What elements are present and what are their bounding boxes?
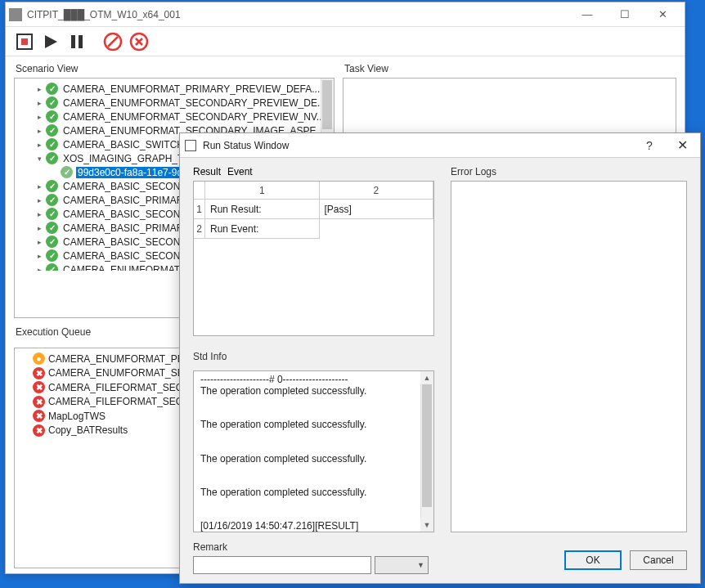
status-red-icon: ✖	[33, 424, 45, 437]
result-label: Result	[193, 166, 221, 177]
status-green-icon: ✓	[46, 138, 58, 150]
stdinfo-line: The operation completed successfully.	[200, 420, 427, 431]
grid-cell[interactable]: Run Event:	[205, 219, 320, 239]
status-green-icon: ✓	[46, 222, 58, 234]
record-button[interactable]	[14, 31, 35, 52]
cancel-icon[interactable]	[128, 31, 150, 52]
errlog-label: Error Logs	[451, 166, 687, 177]
status-red-icon: ✖	[33, 367, 45, 379]
expand-icon[interactable]: ▸	[34, 98, 44, 108]
dialog-icon	[185, 140, 196, 151]
status-green-icon: ✓	[46, 124, 58, 137]
scrollbar[interactable]: ▲ ▼	[420, 371, 433, 532]
stdinfo-line: The operation completed successfully.	[200, 487, 427, 499]
exec-label: CAMERA_FILEFORMAT_SEC	[48, 396, 182, 407]
grid-cell[interactable]: [Pass]	[320, 200, 434, 219]
expand-icon[interactable]: ▸	[34, 223, 44, 233]
task-label: Task View	[343, 61, 676, 78]
expand-icon[interactable]: ▸	[34, 182, 44, 191]
expand-icon[interactable]: ▸	[34, 126, 44, 136]
tree-item[interactable]: ▸✓CAMERA_ENUMFORMAT_SECONDARY_PREVIEW_DE…	[15, 96, 334, 110]
exec-label: MapLogTWS	[48, 411, 106, 422]
expand-icon[interactable]: ▸	[34, 265, 44, 272]
help-button[interactable]: ?	[633, 134, 666, 157]
stdinfo-line	[200, 499, 427, 510]
scrollbar-thumb[interactable]	[422, 384, 432, 507]
status-green-icon: ✓	[46, 208, 58, 220]
ok-button[interactable]: OK	[564, 550, 622, 570]
cancel-button[interactable]: Cancel	[630, 550, 687, 570]
toolbar	[6, 27, 685, 56]
scroll-down-icon[interactable]: ▼	[420, 518, 433, 532]
status-green-icon: ✓	[46, 249, 58, 262]
expand-icon[interactable]: ▸	[34, 84, 44, 94]
remark-combo[interactable]: ▼	[375, 556, 429, 574]
stdinfo-line: ---------------------# 0----------------…	[200, 375, 427, 386]
tree-label: CAMERA_BASIC_SWITCH	[61, 139, 186, 150]
status-green-icon: ✓	[46, 152, 58, 164]
dialog-close-button[interactable]: ✕	[666, 134, 698, 157]
tree-label: CAMERA_BASIC_SECONDA	[61, 250, 195, 262]
scroll-up-icon[interactable]: ▲	[420, 371, 433, 384]
status-red-icon: ✖	[33, 410, 45, 422]
grid-col-1: 1	[205, 182, 320, 200]
app-icon	[9, 8, 22, 21]
tree-item[interactable]: ▸✓CAMERA_ENUMFORMAT_PRIMARY_PREVIEW_DEFA…	[15, 82, 334, 96]
svg-line-6	[108, 37, 118, 47]
svg-marker-2	[45, 35, 57, 48]
expand-icon[interactable]: ▸	[34, 140, 44, 150]
stdinfo-line: The operation completed successfully.	[200, 454, 427, 465]
tree-label: CAMERA_BASIC_SECONDA	[61, 181, 195, 192]
grid-cell[interactable]	[320, 219, 433, 239]
stdinfo-line	[200, 442, 427, 454]
main-title: CITPIT_███_OTM_W10_x64_001	[27, 9, 568, 20]
stdinfo-box[interactable]: ---------------------# 0----------------…	[193, 370, 434, 532]
tree-label: CAMERA_BASIC_PRIMARY	[61, 222, 191, 234]
error-logs[interactable]	[451, 181, 687, 532]
play-button[interactable]	[40, 31, 61, 52]
stdinfo-line	[200, 408, 427, 420]
scrollbar-thumb[interactable]	[322, 80, 332, 129]
stdinfo-line	[200, 510, 427, 522]
tree-item[interactable]: ▸✓CAMERA_ENUMFORMAT_SECONDARY_PREVIEW_NV…	[15, 110, 334, 123]
stdinfo-label: Std Info	[193, 351, 434, 362]
expand-icon[interactable]: ▸	[34, 112, 44, 122]
stdinfo-line: [01/16/2019 14:50:47.216][RESULT]	[200, 521, 427, 532]
exec-label: Copy_BATResults	[48, 424, 128, 436]
main-titlebar: CITPIT_███_OTM_W10_x64_001 — ☐ ✕	[6, 2, 685, 27]
status-green-icon: ✓	[46, 180, 58, 192]
tree-label: CAMERA_ENUMFORMAT_PRIMARY_PREVIEW_DEFA..…	[61, 83, 321, 95]
pause-button[interactable]	[66, 31, 88, 52]
remark-input[interactable]	[193, 556, 371, 574]
expand-icon[interactable]: ▸	[34, 195, 44, 205]
close-button[interactable]: ✕	[644, 3, 681, 26]
result-grid[interactable]: 1 2 1 Run Result: [Pass] 2 Run Event:	[193, 181, 434, 336]
grid-cell[interactable]: Run Result:	[205, 200, 320, 219]
status-green-icon: ✓	[46, 194, 58, 206]
tree-label: CAMERA_ENUMFORMAT_SECONDARY_PREVIEW_DE..…	[61, 97, 327, 109]
expand-icon[interactable]: ▸	[34, 237, 44, 247]
stdinfo-line	[200, 431, 427, 442]
svg-rect-3	[71, 35, 75, 48]
grid-col-2: 2	[320, 182, 434, 200]
status-yellow-icon: ●	[33, 352, 45, 365]
tree-label: CAMERA_ENUMFORMAT_SECONDARY_PREVIEW_NV..…	[61, 111, 326, 123]
remark-label: Remark	[193, 541, 429, 553]
status-green-icon: ✓	[46, 263, 58, 271]
tree-label: CAMERA_ENUMFORMAT	[61, 264, 182, 272]
stop-icon[interactable]	[102, 31, 123, 52]
stdinfo-line	[200, 476, 427, 487]
expand-icon[interactable]: ▸	[34, 209, 44, 219]
status-green-icon: ✓	[46, 236, 58, 248]
tree-label: CAMERA_BASIC_SECONDA	[61, 236, 195, 248]
run-status-dialog: Run Status Window ? ✕ Result Event 1 2 1…	[179, 132, 701, 584]
scenario-label: Scenario View	[14, 61, 335, 78]
status-red-icon: ✖	[33, 381, 45, 393]
expand-icon[interactable]: ▸	[34, 251, 44, 261]
svg-rect-4	[79, 35, 83, 48]
expand-icon[interactable]: ▾	[34, 154, 44, 164]
event-label: Event	[227, 166, 253, 177]
minimize-button[interactable]: —	[568, 3, 606, 26]
stdinfo-line	[200, 397, 427, 409]
maximize-button[interactable]: ☐	[606, 3, 644, 26]
